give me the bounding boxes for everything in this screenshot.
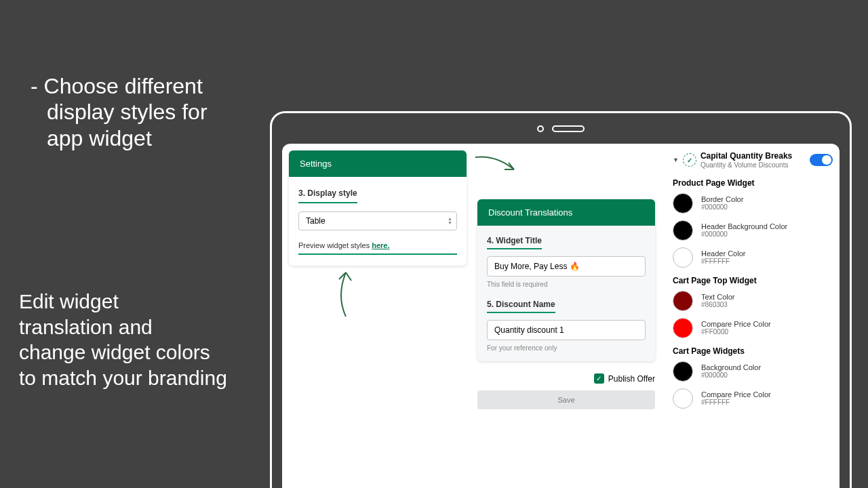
color-hex: #000000 (701, 371, 761, 379)
tablet-camera (537, 125, 585, 132)
color-swatch[interactable] (673, 291, 693, 311)
widget-title-helper: This field is required (487, 281, 646, 288)
publish-offer-checkbox[interactable]: ✓ (594, 373, 604, 384)
settings-panel-title: Settings (289, 150, 467, 177)
color-swatch[interactable] (673, 361, 693, 382)
color-row[interactable]: Compare Price Color#FF0000 (673, 318, 833, 338)
color-name: Text Color (701, 293, 735, 301)
color-hex: #FFFFFF (701, 399, 771, 406)
app-window: Settings 3. Display style Table ▲▼ Previ… (282, 144, 840, 488)
color-hex: #FF0000 (701, 328, 771, 336)
translations-panel-title: Discount Translations (477, 199, 655, 226)
color-name: Header Color (701, 249, 745, 258)
color-name: Compare Price Color (701, 320, 771, 328)
color-hex: #FFFFFF (701, 258, 745, 265)
color-name: Background Color (701, 363, 761, 371)
color-hex: #000000 (701, 203, 743, 211)
display-style-label: 3. Display style (298, 188, 357, 203)
app-subtitle: Quantity & Volume Discounts (701, 161, 792, 169)
display-style-select[interactable]: Table ▲▼ (298, 211, 457, 230)
color-hex: #000000 (701, 230, 787, 238)
color-group-title: Product Page Widget (673, 178, 833, 188)
color-hex: #860303 (701, 301, 735, 308)
tablet-frame: Settings 3. Display style Table ▲▼ Previ… (270, 111, 852, 488)
translations-panel: Discount Translations 4. Widget Title Th… (477, 199, 655, 361)
widget-title-input[interactable] (487, 256, 646, 277)
color-swatch[interactable] (673, 388, 693, 409)
color-row[interactable]: Compare Price Color#FFFFFF (673, 388, 833, 409)
save-button[interactable]: Save (477, 390, 655, 409)
app-badge-icon: ✓ (684, 155, 695, 165)
color-group-title: Cart Page Widgets (673, 346, 833, 356)
settings-panel: Settings 3. Display style Table ▲▼ Previ… (289, 150, 467, 266)
publish-offer-label: Publish Offer (608, 374, 655, 384)
colors-sidebar: ▼ ✓ Capital Quantity Breaks Quantity & V… (666, 150, 833, 481)
color-row[interactable]: Text Color#860303 (673, 291, 833, 311)
color-swatch[interactable] (673, 193, 693, 214)
color-swatch[interactable] (673, 318, 693, 338)
color-row[interactable]: Header Color#FFFFFF (673, 247, 833, 268)
preview-styles-link[interactable]: here. (372, 241, 389, 249)
color-name: Header Background Color (701, 222, 787, 230)
app-enabled-toggle[interactable] (810, 154, 833, 166)
discount-name-input[interactable] (487, 320, 646, 340)
discount-name-helper: For your reference only (487, 344, 646, 352)
color-name: Compare Price Color (701, 390, 771, 399)
color-name: Border Color (701, 195, 743, 203)
widget-title-label: 4. Widget Title (487, 236, 542, 249)
color-group-title: Cart Page Top Widget (673, 276, 833, 285)
color-row[interactable]: Header Background Color#000000 (673, 220, 833, 241)
color-row[interactable]: Border Color#000000 (673, 193, 833, 214)
select-stepper-icon: ▲▼ (448, 217, 452, 224)
caret-down-icon[interactable]: ▼ (673, 157, 679, 163)
app-name: Capital Quantity Breaks (701, 152, 792, 161)
preview-styles-text: Preview widget styles here. (298, 241, 457, 255)
color-swatch[interactable] (673, 247, 693, 268)
arrow-icon (472, 149, 526, 182)
marketing-headline-bottom: Edit widget translation and change widge… (19, 289, 227, 390)
color-swatch[interactable] (673, 220, 693, 241)
marketing-headline-top: - Choose different display styles for ap… (31, 73, 208, 151)
color-row[interactable]: Background Color#000000 (673, 361, 833, 382)
discount-name-label: 5. Discount Name (487, 300, 555, 313)
